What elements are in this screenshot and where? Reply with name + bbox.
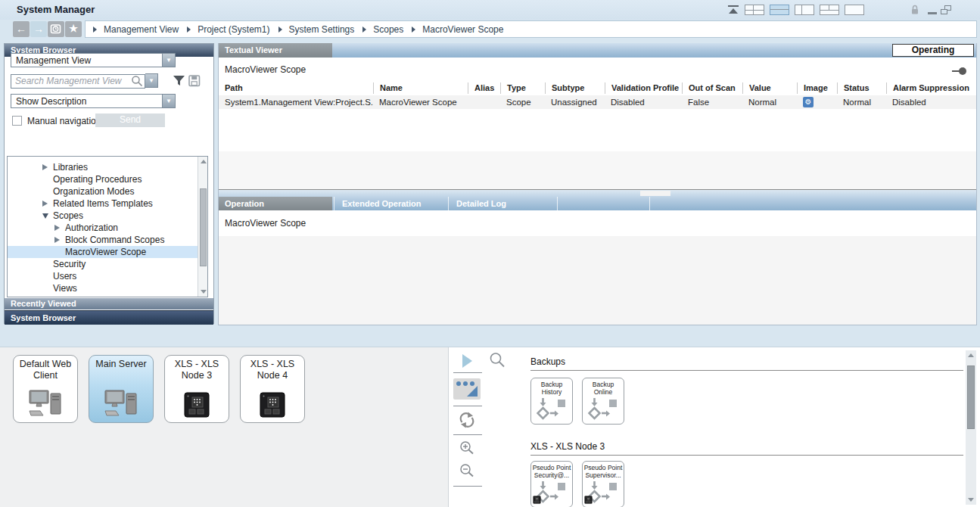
macro-tile-backup-online[interactable]: BackupOnline xyxy=(582,378,624,425)
main-pane: Textual Viewer Operating MacroViewer Sco… xyxy=(218,43,977,325)
fire-panel-icon xyxy=(259,391,286,418)
macro-tile-backup-history[interactable]: BackupHistory xyxy=(530,378,573,425)
column-header-validation-profile[interactable]: Validation Profile xyxy=(605,82,682,94)
scrollbar-thumb[interactable] xyxy=(200,188,207,266)
macro-steps-icon[interactable] xyxy=(453,378,481,400)
search-icon[interactable] xyxy=(488,351,506,369)
refresh-icon[interactable] xyxy=(458,411,476,429)
tab-detailed-log[interactable]: Detailed Log xyxy=(448,197,557,210)
expander-icon[interactable] xyxy=(54,237,60,243)
column-header-status[interactable]: Status xyxy=(837,82,886,94)
search-options-chevron-icon[interactable]: ▼ xyxy=(145,73,158,88)
filter-icon[interactable] xyxy=(173,75,185,86)
system-browser-panel: System Browser Management View ▼ ▼ Show … xyxy=(4,43,214,324)
cell-subtype: Unassigned xyxy=(545,98,605,107)
expander-icon[interactable] xyxy=(54,225,60,231)
view-select[interactable]: Management View ▼ xyxy=(11,53,176,67)
column-header-image[interactable]: Image xyxy=(797,82,837,94)
cell-validation-profile: Disabled xyxy=(605,98,682,107)
tab-extended-operation[interactable]: Extended Operation xyxy=(334,197,448,210)
node-tile-xls-node-3[interactable]: XLS - XLSNode 3 xyxy=(164,355,229,423)
layout-rows-icon[interactable] xyxy=(770,5,789,15)
display-mode-select[interactable]: Show Description ▼ xyxy=(11,94,176,108)
tree-item-views[interactable]: Views xyxy=(8,282,207,294)
app-title: System Manager xyxy=(17,4,95,15)
tree-item-organization-modes[interactable]: Organization Modes xyxy=(8,185,207,198)
node-tile-xls-node-4[interactable]: XLS - XLSNode 4 xyxy=(240,355,305,423)
zoom-in-icon[interactable] xyxy=(459,440,475,456)
column-header-path[interactable]: Path xyxy=(219,82,373,94)
tree-item-libraries[interactable]: Libraries xyxy=(8,161,207,173)
expander-icon[interactable] xyxy=(42,201,48,207)
layout-columns-icon[interactable] xyxy=(795,5,814,15)
save-icon[interactable] xyxy=(188,75,201,87)
chevron-down-icon[interactable]: ▼ xyxy=(162,54,175,67)
recently-viewed-bar[interactable]: Recently Viewed xyxy=(5,298,213,309)
system-tree: Libraries Operating Procedures Organizat… xyxy=(7,156,208,297)
tree-item-scopes[interactable]: Scopes xyxy=(8,210,207,222)
expander-icon[interactable] xyxy=(42,213,48,219)
pin-icon[interactable] xyxy=(952,67,967,76)
macro-tile-pseudo-point-supervisor[interactable]: Pseudo PointSupervisor... xyxy=(582,461,624,507)
send-button[interactable]: Send xyxy=(95,114,165,127)
column-header-out-of-scan[interactable]: Out of Scan xyxy=(682,82,742,94)
system-browser-bar[interactable]: System Browser xyxy=(5,310,213,325)
collapse-top-icon[interactable] xyxy=(728,5,739,14)
restore-icon[interactable] xyxy=(941,5,951,14)
tree-item-macroviewer-scope[interactable]: MacroViewer Scope xyxy=(8,246,207,258)
breadcrumb-item[interactable]: Scopes xyxy=(362,24,403,35)
scroll-up-icon[interactable] xyxy=(201,160,207,163)
manual-navigation-checkbox[interactable] xyxy=(12,116,22,126)
pane-splitter[interactable]: Operation Extended Operation Detailed Lo… xyxy=(219,189,976,210)
node-tile-main-server[interactable]: Main Server xyxy=(89,355,154,423)
scroll-down-icon[interactable] xyxy=(201,290,207,294)
breadcrumb-item[interactable]: Project (System1) xyxy=(187,24,269,35)
column-header-value[interactable]: Value xyxy=(742,82,797,94)
scroll-down-icon[interactable] xyxy=(968,498,974,502)
scroll-up-icon[interactable] xyxy=(968,353,974,357)
secondary-tab-bar: Operation Extended Operation Detailed Lo… xyxy=(219,197,976,210)
tree-item-security[interactable]: Security xyxy=(8,258,207,270)
layout-single-icon[interactable] xyxy=(845,5,864,15)
play-icon[interactable] xyxy=(462,354,472,368)
favorites-star-icon[interactable]: ★ xyxy=(65,21,82,37)
primary-tab-bar: Textual Viewer Operating xyxy=(219,43,976,58)
layout-split-icon[interactable] xyxy=(820,5,839,15)
tree-item-operating-procedures[interactable]: Operating Procedures xyxy=(8,173,207,185)
table-row[interactable]: System1.Management View:Project.S... Mac… xyxy=(219,95,976,109)
macro-tiles-panel: Backups BackupHistory BackupOnline XLS -… xyxy=(521,347,980,507)
tab-textual-viewer[interactable]: Textual Viewer xyxy=(219,43,332,58)
expander-icon[interactable] xyxy=(42,164,48,170)
minimize-icon[interactable] xyxy=(928,12,937,14)
operation-body xyxy=(219,236,976,325)
splitter-grip[interactable] xyxy=(640,191,670,196)
operating-mode-button[interactable]: Operating xyxy=(892,44,974,57)
tree-item-authorization[interactable]: Authorization xyxy=(8,222,207,234)
scrollbar-thumb[interactable] xyxy=(967,365,975,429)
back-icon[interactable]: ← xyxy=(13,21,30,37)
tab-operation[interactable]: Operation xyxy=(219,197,332,210)
tree-item-users[interactable]: Users xyxy=(8,270,207,282)
column-header-name[interactable]: Name xyxy=(373,82,468,94)
breadcrumb-item[interactable]: System Settings xyxy=(278,24,355,35)
breadcrumb-item[interactable]: MacroViewer Scope xyxy=(412,24,503,35)
forward-icon[interactable]: → xyxy=(30,21,47,37)
zoom-out-icon[interactable] xyxy=(459,462,475,479)
tree-scrollbar[interactable] xyxy=(198,157,207,297)
cell-type: Scope xyxy=(500,98,545,107)
tree-item-block-command-scopes[interactable]: Block Command Scopes xyxy=(8,234,207,246)
search-input[interactable] xyxy=(11,74,145,89)
column-header-type[interactable]: Type xyxy=(500,82,545,94)
history-icon[interactable] xyxy=(48,21,64,37)
macro-panel-scrollbar[interactable] xyxy=(966,350,976,505)
layout-quad-icon[interactable] xyxy=(745,5,764,15)
column-header-alias[interactable]: Alias xyxy=(468,82,500,94)
breadcrumb-item[interactable]: Management View xyxy=(93,24,179,35)
chevron-down-icon[interactable]: ▼ xyxy=(162,95,175,107)
column-header-alarm-suppression[interactable]: Alarm Suppression xyxy=(886,82,976,94)
macro-tile-pseudo-point-security[interactable]: Pseudo PointSecurity@... xyxy=(530,461,573,507)
tree-item-related-items-templates[interactable]: Related Items Templates xyxy=(8,198,207,210)
column-header-subtype[interactable]: Subtype xyxy=(545,82,605,94)
scope-gear-icon[interactable]: ⚙ xyxy=(803,97,814,107)
node-tile-default-web-client[interactable]: Default WebClient xyxy=(13,355,78,423)
